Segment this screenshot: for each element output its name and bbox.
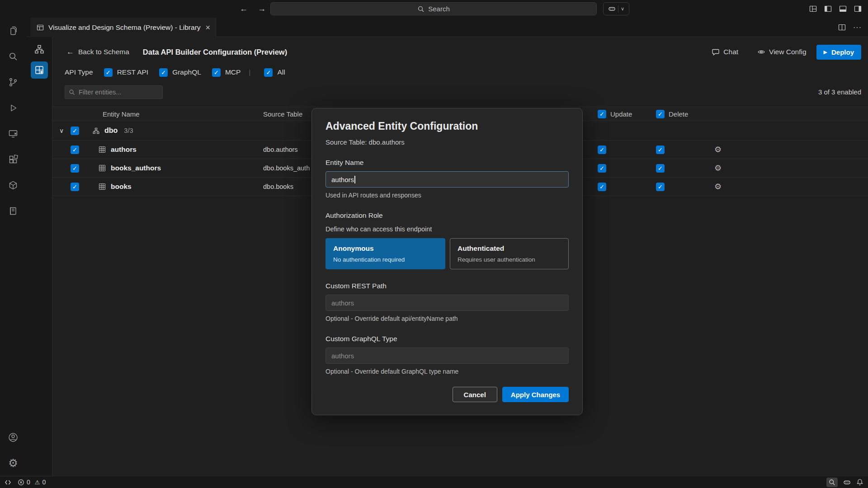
custom-rest-path-help: Optional - Override default api/entityNa… bbox=[326, 315, 569, 322]
command-search-box[interactable]: Search bbox=[270, 2, 597, 15]
mcp-checkbox[interactable]: ✓ MCP bbox=[212, 68, 241, 77]
update-checkbox[interactable]: ✓ bbox=[598, 164, 606, 173]
more-actions-icon[interactable]: ··· bbox=[853, 23, 862, 32]
api-type-filters: API Type ✓ REST API ✓ GraphQL ✓ MCP | ✓ … bbox=[52, 60, 868, 79]
all-label: All bbox=[277, 68, 285, 76]
warnings-icon: ⚠ bbox=[35, 479, 40, 486]
row-settings-gear-icon[interactable]: ⚙ bbox=[714, 145, 722, 154]
remote-indicator-icon[interactable] bbox=[5, 479, 11, 486]
graphql-checkbox[interactable]: ✓ GraphQL bbox=[159, 68, 201, 77]
toggle-panel-icon[interactable] bbox=[839, 5, 847, 13]
view-config-button[interactable]: View Config bbox=[757, 48, 806, 56]
chat-icon bbox=[712, 48, 720, 56]
notifications-bell-icon[interactable] bbox=[856, 479, 863, 486]
delete-checkbox[interactable]: ✓ bbox=[656, 164, 665, 173]
role-title: Anonymous bbox=[333, 244, 438, 253]
schema-diagram-icon[interactable] bbox=[31, 41, 48, 58]
toggle-secondary-sidebar-icon[interactable] bbox=[854, 5, 862, 13]
delete-checkbox[interactable]: ✓ bbox=[656, 183, 665, 191]
api-builder-icon[interactable] bbox=[31, 61, 48, 79]
apply-changes-button[interactable]: Apply Changes bbox=[502, 387, 569, 402]
split-editor-icon[interactable] bbox=[838, 23, 846, 31]
chat-button[interactable]: Chat bbox=[712, 48, 738, 56]
checkbox[interactable]: ✓ bbox=[212, 68, 221, 77]
custom-rest-path-label: Custom REST Path bbox=[326, 282, 569, 290]
custom-rest-path-input[interactable] bbox=[326, 295, 569, 311]
rest-api-checkbox[interactable]: ✓ REST API bbox=[104, 68, 149, 77]
database-projects-icon[interactable] bbox=[0, 172, 26, 198]
source-control-icon[interactable] bbox=[0, 69, 26, 95]
nav-history: ← → bbox=[240, 0, 266, 18]
checkbox[interactable]: ✓ bbox=[104, 68, 113, 77]
search-icon bbox=[69, 89, 75, 95]
row-checkbox[interactable]: ✓ bbox=[71, 183, 79, 191]
check-icon: ✓ bbox=[106, 70, 111, 75]
check-icon: ✓ bbox=[161, 70, 166, 75]
table-icon bbox=[99, 146, 106, 153]
checkbox[interactable]: ✓ bbox=[264, 68, 273, 77]
magnifier-icon bbox=[829, 479, 835, 486]
search-sidebar-icon[interactable] bbox=[0, 43, 26, 69]
deploy-button[interactable]: ▶ Deploy bbox=[816, 45, 861, 60]
delete-checkbox[interactable]: ✓ bbox=[656, 145, 665, 154]
copilot-menu-button[interactable]: ∨ bbox=[603, 2, 629, 15]
divider bbox=[618, 5, 618, 13]
chevron-down-icon[interactable]: ∨ bbox=[59, 127, 64, 134]
zoom-indicator[interactable] bbox=[826, 478, 838, 487]
checkbox[interactable]: ✓ bbox=[159, 68, 168, 77]
view-config-label: View Config bbox=[769, 48, 806, 56]
account-icon[interactable] bbox=[0, 424, 26, 450]
chat-label: Chat bbox=[723, 48, 738, 56]
tab-bar: Visualize and Design Schema (Preview) - … bbox=[26, 18, 868, 37]
deploy-label: Deploy bbox=[831, 48, 854, 56]
tab-label: Visualize and Design Schema (Preview) - … bbox=[48, 23, 201, 32]
update-checkbox[interactable]: ✓ bbox=[598, 183, 606, 191]
back-to-schema-link[interactable]: ← Back to Schema bbox=[66, 47, 129, 56]
api-type-label: API Type bbox=[65, 68, 93, 76]
run-debug-icon[interactable] bbox=[0, 95, 26, 121]
dialog-actions: Cancel Apply Changes bbox=[326, 387, 569, 402]
row-checkbox[interactable]: ✓ bbox=[71, 164, 79, 173]
rest-api-label: REST API bbox=[117, 68, 149, 76]
group-checkbox[interactable]: ✓ bbox=[71, 127, 79, 135]
settings-gear-icon[interactable]: ⚙ bbox=[0, 450, 26, 476]
layout-controls bbox=[809, 0, 862, 18]
authorization-role-help: Define who can access this endpoint bbox=[326, 225, 569, 233]
entity-name-input[interactable]: authors bbox=[326, 171, 569, 188]
eye-icon bbox=[757, 48, 765, 56]
remote-explorer-icon[interactable] bbox=[0, 121, 26, 146]
mcp-label: MCP bbox=[225, 68, 241, 76]
explorer-icon[interactable] bbox=[0, 18, 26, 43]
custom-graphql-type-help: Optional - Override default GraphQL type… bbox=[326, 368, 569, 375]
nav-back-icon[interactable]: ← bbox=[240, 4, 248, 14]
update-all-checkbox[interactable]: ✓ bbox=[598, 110, 606, 118]
cancel-button[interactable]: Cancel bbox=[453, 387, 497, 402]
group-name: dbo bbox=[104, 127, 118, 135]
delete-all-checkbox[interactable]: ✓ bbox=[656, 110, 665, 118]
toggle-primary-sidebar-icon[interactable] bbox=[824, 5, 832, 13]
tab-visualize-schema[interactable]: Visualize and Design Schema (Preview) - … bbox=[30, 18, 216, 37]
problems-indicator[interactable]: 0 ⚠ 0 bbox=[18, 479, 46, 486]
copilot-status-icon[interactable] bbox=[843, 479, 851, 486]
entity-filter-input[interactable] bbox=[65, 85, 163, 99]
table-icon bbox=[99, 164, 106, 172]
back-label: Back to Schema bbox=[78, 48, 129, 56]
customize-layout-icon[interactable] bbox=[809, 5, 817, 13]
row-checkbox[interactable]: ✓ bbox=[71, 145, 79, 154]
role-anonymous-card[interactable]: Anonymous No authentication required bbox=[326, 238, 445, 269]
dialog-source-table: Source Table: dbo.authors bbox=[326, 138, 569, 146]
update-checkbox[interactable]: ✓ bbox=[598, 145, 606, 154]
extensions-icon[interactable] bbox=[0, 146, 26, 172]
entity-filter-row: 3 of 3 enabled bbox=[52, 79, 868, 99]
check-icon: ✓ bbox=[214, 70, 219, 75]
row-settings-gear-icon[interactable]: ⚙ bbox=[714, 183, 722, 191]
advanced-entity-configuration-dialog: Advanced Entity Configuration Source Tab… bbox=[311, 108, 583, 415]
page-title: Data API Builder Configuration (Preview) bbox=[143, 48, 287, 56]
close-icon[interactable]: × bbox=[205, 23, 210, 32]
nav-forward-icon[interactable]: → bbox=[258, 4, 266, 14]
notebook-icon[interactable] bbox=[0, 198, 26, 224]
row-settings-gear-icon[interactable]: ⚙ bbox=[714, 164, 722, 172]
custom-graphql-type-input[interactable] bbox=[326, 347, 569, 364]
all-checkbox[interactable]: ✓ All bbox=[264, 68, 285, 77]
role-authenticated-card[interactable]: Authenticated Requires user authenticati… bbox=[450, 238, 569, 269]
